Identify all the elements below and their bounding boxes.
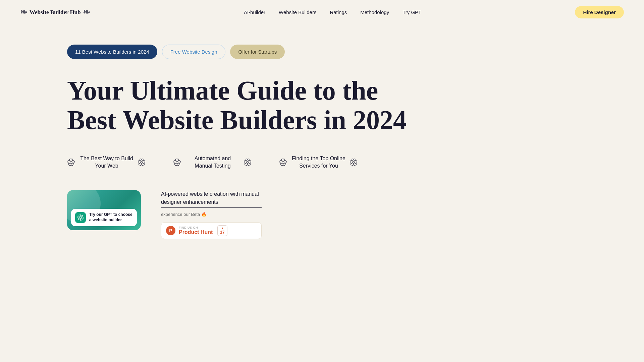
- logo-text: Website Builder Hub: [30, 9, 81, 16]
- text-area: AI-powered website creation with manual …: [161, 190, 262, 217]
- product-hunt-badge[interactable]: P FIND US ON Product Hunt ▲ 17: [161, 222, 262, 239]
- product-hunt-find-label: FIND US ON: [179, 226, 213, 229]
- upvote-arrow-icon: ▲: [221, 227, 224, 230]
- product-hunt-text-block: FIND US ON Product Hunt: [179, 226, 213, 235]
- product-hunt-name: Product Hunt: [179, 229, 213, 235]
- nav-ratings[interactable]: Ratings: [330, 9, 347, 15]
- laurel-left-icon-2: 🏵: [173, 157, 182, 168]
- pill-offer-startups[interactable]: Offer for Startups: [230, 45, 285, 59]
- pill-free-design[interactable]: Free Website Design: [162, 45, 226, 59]
- laurel-left-icon-3: 🏵: [279, 157, 288, 168]
- pill-best-builders[interactable]: 11 Best Website Builders in 2024: [67, 45, 157, 59]
- nav-website-builders[interactable]: Website Builders: [279, 9, 316, 15]
- gpt-icon: [75, 212, 86, 223]
- badge-text-2: Automated and Manual Testing: [186, 155, 239, 170]
- nav-ai-builder[interactable]: AI-builder: [244, 9, 265, 15]
- badge-text-1: The Best Way to Build Your Web: [80, 155, 133, 170]
- vote-count: 17: [220, 230, 224, 235]
- badge-best-way: 🏵 The Best Way to Build Your Web 🏵: [67, 155, 146, 170]
- badge-text-3: Finding the Top Online Services for You: [292, 155, 345, 170]
- cards-row: Try our GPT to choose a website builder …: [67, 190, 577, 239]
- logo-link[interactable]: ❧ Website Builder Hub ❧: [20, 7, 90, 17]
- laurel-right-icon-3: 🏵: [350, 157, 358, 168]
- laurel-right-icon-1: 🏵: [138, 157, 146, 168]
- nav-try-gpt[interactable]: Try GPT: [402, 9, 421, 15]
- main-content: 11 Best Website Builders in 2024 Free We…: [0, 24, 644, 259]
- hero-title: Your Ultimate Guide to the Best Website …: [67, 76, 419, 135]
- product-hunt-icon: P: [166, 226, 175, 235]
- gpt-card[interactable]: Try our GPT to choose a website builder: [67, 190, 141, 230]
- right-column: AI-powered website creation with manual …: [161, 190, 262, 239]
- badges-row: 🏵 The Best Way to Build Your Web 🏵 🏵 Aut…: [67, 155, 577, 170]
- ai-powered-text: AI-powered website creation with manual …: [161, 190, 262, 208]
- logo-laurel-left: ❧: [20, 7, 28, 17]
- logo-laurel-right: ❧: [83, 7, 90, 17]
- gpt-card-text: Try our GPT to choose a website builder: [89, 212, 133, 223]
- product-hunt-votes: ▲ 17: [217, 225, 227, 236]
- laurel-left-icon-1: 🏵: [67, 157, 76, 168]
- badge-online-services: 🏵 Finding the Top Online Services for Yo…: [279, 155, 358, 170]
- hire-designer-button[interactable]: Hire Designer: [575, 6, 624, 18]
- beta-text: experience our Beta 🔥: [161, 212, 262, 217]
- laurel-right-icon-2: 🏵: [244, 157, 252, 168]
- gpt-card-inner: Try our GPT to choose a website builder: [71, 209, 137, 226]
- badge-testing: 🏵 Automated and Manual Testing 🏵: [173, 155, 252, 170]
- pills-row: 11 Best Website Builders in 2024 Free We…: [67, 45, 577, 59]
- navbar: ❧ Website Builder Hub ❧ AI-builder Websi…: [0, 0, 644, 24]
- nav-links: AI-builder Website Builders Ratings Meth…: [244, 9, 421, 15]
- nav-methodology[interactable]: Methodology: [360, 9, 389, 15]
